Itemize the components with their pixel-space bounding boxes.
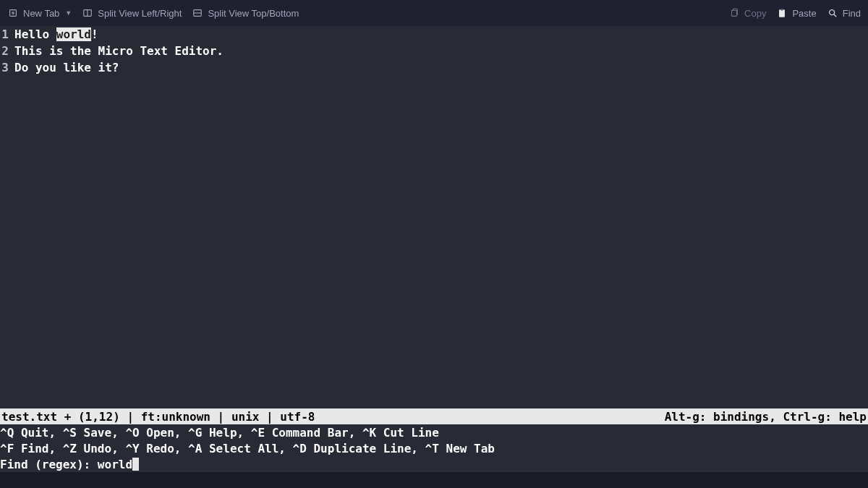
toolbar: New Tab ▼ Split View Left/Right Split Vi… — [0, 0, 868, 26]
svg-rect-7 — [732, 11, 737, 17]
keybinding-hint-2: ^F Find, ^Z Undo, ^Y Redo, ^A Select All… — [0, 440, 868, 456]
editor-line[interactable]: 1 Hello world! — [0, 26, 868, 43]
find-icon — [827, 7, 838, 19]
line-number: 1 — [0, 26, 14, 43]
copy-button[interactable]: Copy — [728, 7, 766, 19]
status-left: test.txt + (1,12) | ft:unknown | unix | … — [1, 410, 315, 424]
new-tab-label: New Tab — [23, 8, 59, 19]
copy-label: Copy — [744, 8, 766, 19]
split-lr-button[interactable]: Split View Left/Right — [82, 7, 182, 19]
paste-icon — [776, 7, 788, 19]
search-highlight: world — [56, 27, 91, 41]
split-lr-label: Split View Left/Right — [98, 8, 182, 19]
prompt-label: Find (regex): — [0, 458, 98, 471]
split-lr-icon — [82, 7, 93, 19]
editor-line[interactable]: 2 This is the Micro Text Editor. — [0, 43, 868, 59]
find-label: Find — [843, 8, 861, 19]
svg-point-10 — [829, 10, 834, 15]
paste-button[interactable]: Paste — [776, 7, 816, 19]
status-right: Alt-g: bindings, Ctrl-g: help — [665, 410, 867, 424]
split-tb-icon — [192, 7, 203, 19]
line-number: 3 — [0, 59, 14, 76]
paste-label: Paste — [792, 8, 816, 19]
line-text: Do you like it? — [14, 59, 119, 76]
chevron-down-icon: ▼ — [65, 9, 72, 17]
split-tb-button[interactable]: Split View Top/Bottom — [192, 7, 299, 19]
split-tb-label: Split View Top/Bottom — [208, 8, 299, 19]
find-prompt[interactable]: Find (regex): world — [0, 456, 868, 472]
line-text: Hello world! — [14, 26, 98, 43]
svg-rect-9 — [781, 9, 784, 10]
editor-area[interactable]: 1 Hello world! 2 This is the Micro Text … — [0, 26, 868, 408]
new-tab-icon — [7, 7, 19, 19]
window-padding — [0, 472, 868, 488]
copy-icon — [728, 7, 740, 19]
line-number: 2 — [0, 43, 14, 59]
prompt-value: world — [98, 458, 132, 471]
new-tab-button[interactable]: New Tab ▼ — [7, 7, 72, 19]
line-text: This is the Micro Text Editor. — [14, 43, 224, 59]
editor-line[interactable]: 3 Do you like it? — [0, 59, 868, 76]
keybinding-hint-1: ^Q Quit, ^S Save, ^O Open, ^G Help, ^E C… — [0, 424, 868, 440]
statusbar: test.txt + (1,12) | ft:unknown | unix | … — [0, 408, 868, 424]
text-cursor — [132, 458, 139, 471]
find-button[interactable]: Find — [827, 7, 861, 19]
svg-line-11 — [833, 14, 836, 17]
svg-rect-8 — [780, 9, 786, 17]
